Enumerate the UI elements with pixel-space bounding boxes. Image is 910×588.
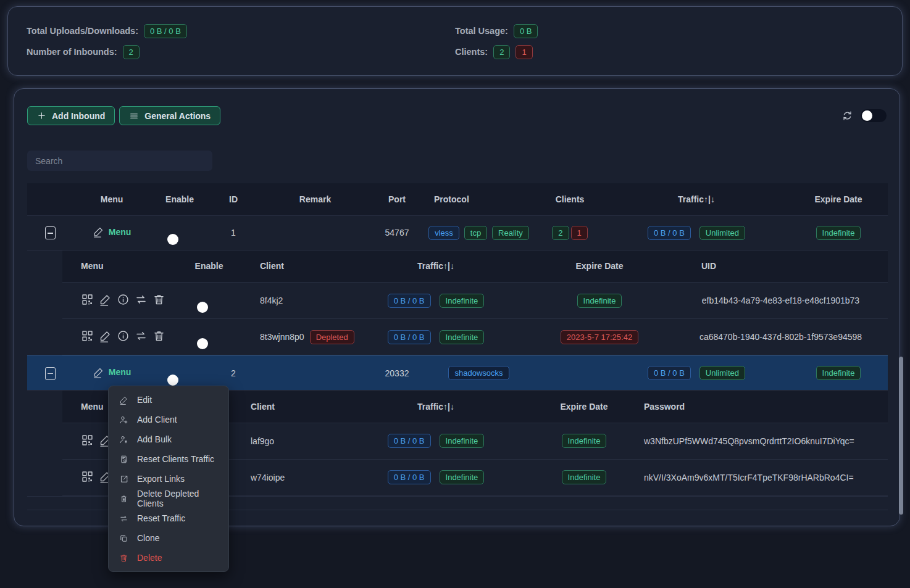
inbound-context-menu: Edit Add Client Add Bulk Reset Clients T… (108, 386, 229, 572)
menu-item-clone[interactable]: Clone (109, 528, 228, 548)
stat-uploads-value-badge: 0 B / 0 B (144, 24, 187, 38)
menu-item-export-links[interactable]: Export Links (109, 469, 228, 489)
client-name: 8t3wjnn8p0 (260, 332, 304, 342)
header-id: ID (209, 183, 258, 215)
header-enable: Enable (186, 251, 232, 283)
inbound-menu-dropdown[interactable]: Menu (93, 226, 131, 238)
menu-item-delete[interactable]: Delete (109, 548, 228, 568)
expire-badge: Indefinite (562, 470, 607, 484)
inbound-port: 20332 (372, 356, 422, 391)
header-client: Client (232, 391, 346, 423)
protocol-badge: vless (428, 226, 459, 240)
document-reset-icon (119, 455, 128, 464)
collapse-row-button[interactable] (45, 226, 56, 239)
qrcode-icon[interactable] (81, 329, 94, 342)
edit-pencil-icon (93, 366, 104, 378)
client-password: nkV/I/3XoAm9v6xMT/T5IcrF4TpeTKF98rHARbRo… (643, 459, 888, 495)
stat-inbounds-value-badge: 2 (123, 45, 140, 59)
header-password: Password (643, 391, 888, 423)
menu-item-edit[interactable]: Edit (109, 390, 228, 410)
menu-item-reset-clients-traffic[interactable]: Reset Clients Traffic (109, 449, 228, 469)
traffic-badge: 0 B / 0 B (648, 366, 691, 380)
menu-item-reset-traffic[interactable]: Reset Traffic (109, 508, 228, 528)
inbound-id: 1 (209, 215, 258, 250)
client-row: 8f4kj2 0 B / 0 B Indefinite Indefinite e… (62, 283, 888, 319)
expire-badge: Indefinite (816, 226, 861, 240)
traffic-badge: 0 B / 0 B (388, 434, 431, 448)
menu-item-add-bulk[interactable]: Add Bulk (109, 429, 228, 449)
expire-badge: Indefinite (577, 294, 622, 308)
stat-total-usage: Total Usage: 0 B (455, 24, 883, 38)
menu-item-add-client[interactable]: Add Client (109, 410, 228, 429)
client-name: w74ioipe (232, 459, 346, 495)
client-row: 8t3wjnn8p0 Depleted 0 B / 0 B Indefinite (62, 319, 888, 355)
menu-item-delete-depleted-clients[interactable]: Delete Depleted Clients (109, 489, 228, 508)
clients-depleted-badge: 1 (571, 226, 588, 240)
reset-traffic-icon (119, 514, 128, 523)
qrcode-icon[interactable] (81, 470, 94, 483)
user-bulk-icon (119, 435, 128, 444)
header-client: Client (232, 251, 346, 283)
reset-traffic-icon[interactable] (135, 329, 148, 342)
client-name: 8f4kj2 (232, 283, 346, 319)
header-expire-date: Expire Date (789, 183, 888, 215)
header-traffic-sort[interactable]: Traffic↑|↓ (346, 251, 525, 283)
stat-total-uploads-downloads: Total Uploads/Downloads: 0 B / 0 B (27, 24, 455, 38)
header-expire-date: Expire Date (525, 251, 674, 283)
protocol-badge: shadowsocks (448, 366, 509, 380)
toolbar: Add Inbound General Actions (27, 106, 887, 125)
info-circle-icon[interactable] (117, 329, 130, 342)
stat-label: Total Uploads/Downloads: (27, 26, 138, 36)
transport-badge: tcp (464, 226, 487, 240)
header-protocol: Protocol (422, 183, 536, 215)
header-menu: Menu (73, 183, 151, 215)
traffic-badge: 0 B / 0 B (388, 330, 431, 344)
minus-icon (48, 373, 53, 375)
traffic-limit-badge: Indefinite (440, 330, 485, 344)
inbound-menu-label: Menu (109, 367, 131, 377)
delete-icon (119, 553, 128, 563)
export-icon (119, 474, 128, 484)
hamburger-icon (129, 111, 139, 121)
traffic-badge: 0 B / 0 B (648, 226, 691, 240)
header-port: Port (372, 183, 422, 215)
refresh-icon[interactable] (841, 110, 853, 122)
vertical-scrollbar-thumb[interactable] (899, 357, 903, 515)
client-name: laf9go (232, 423, 346, 459)
add-inbound-label: Add Inbound (52, 111, 105, 121)
reset-traffic-icon[interactable] (135, 293, 148, 306)
header-traffic-sort[interactable]: Traffic↑|↓ (346, 391, 525, 423)
edit-pencil-icon (119, 395, 128, 405)
delete-icon[interactable] (152, 293, 165, 306)
stat-clients: Clients: 2 1 (455, 45, 883, 59)
traffic-limit-badge: Indefinite (440, 294, 485, 308)
dark-mode-toggle[interactable] (861, 109, 887, 122)
edit-pencil-icon (93, 226, 104, 238)
edit-pencil-icon[interactable] (99, 329, 112, 342)
inbound-menu-dropdown[interactable]: Menu (93, 366, 131, 378)
clients-header-row: Menu Enable Client Traffic↑|↓ Expire Dat… (62, 251, 888, 283)
stat-number-of-inbounds: Number of Inbounds: 2 (27, 45, 455, 59)
inbound-1-clients-section: Menu Enable Client Traffic↑|↓ Expire Dat… (27, 250, 888, 356)
delete-icon[interactable] (152, 329, 165, 342)
header-enable: Enable (151, 183, 209, 215)
traffic-limit-badge: Unlimited (699, 366, 745, 380)
stat-label: Clients: (455, 47, 488, 57)
edit-pencil-icon[interactable] (99, 293, 112, 306)
client-password: w3NfbzUPf5WWd745Q8pvsmQrdrttT2IO6knuI7Di… (643, 423, 888, 459)
collapse-row-button[interactable] (45, 367, 56, 380)
search-input[interactable] (27, 151, 212, 171)
qrcode-icon[interactable] (81, 293, 94, 306)
stat-label: Total Usage: (455, 26, 508, 36)
add-inbound-button[interactable]: Add Inbound (27, 106, 115, 125)
client-uid: ca68470b-1940-437d-802b-1f9573e94598 (674, 319, 888, 355)
minus-icon (48, 233, 53, 234)
clients-table-1: Menu Enable Client Traffic↑|↓ Expire Dat… (62, 251, 888, 356)
qrcode-icon[interactable] (81, 434, 94, 447)
inbound-remark (258, 215, 372, 250)
general-actions-button[interactable]: General Actions (119, 106, 220, 125)
client-uid: efb14b43-4a79-4e83-ef18-e48cf1901b73 (674, 283, 888, 319)
header-traffic-sort[interactable]: Traffic↑|↓ (604, 183, 789, 215)
info-circle-icon[interactable] (117, 293, 130, 306)
delete-depleted-icon (119, 494, 128, 503)
